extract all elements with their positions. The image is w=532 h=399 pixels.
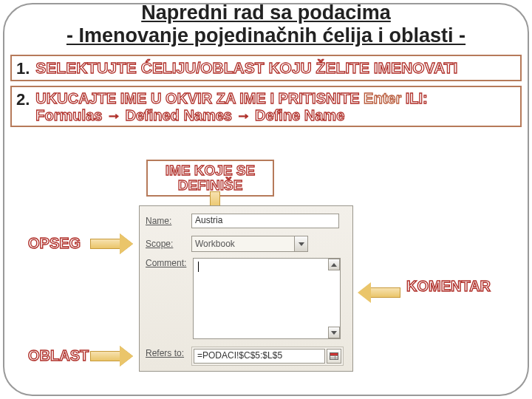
grid-icon bbox=[330, 352, 338, 360]
dlg-name-input[interactable]: Austria bbox=[191, 214, 339, 228]
chevron-down-icon[interactable] bbox=[294, 236, 307, 251]
dlg-comment-textarea[interactable] bbox=[193, 258, 341, 339]
arrow-left-komentar-icon bbox=[358, 282, 400, 303]
scroll-up-icon[interactable] bbox=[328, 259, 340, 270]
dlg-scope-label: Scope: bbox=[146, 239, 191, 249]
dlg-scope-select[interactable]: Workbook bbox=[191, 236, 308, 252]
arrow-right-opseg-icon bbox=[90, 233, 133, 254]
dlg-refers-wrap: =PODACI!$C$5:$L$5 bbox=[191, 347, 344, 366]
label-komentar: KOMENTAR bbox=[406, 278, 491, 295]
scroll-down-icon[interactable] bbox=[328, 327, 340, 338]
dlg-comment-label: Comment: bbox=[146, 258, 191, 268]
define-name-dialog: Name: Austria Scope: Workbook Comment: R… bbox=[139, 205, 353, 372]
label-opseg: OPSEG bbox=[28, 235, 81, 252]
arrow-right-oblast-icon bbox=[90, 346, 133, 366]
dlg-refers-label: Refers to: bbox=[146, 348, 191, 358]
text-caret-icon bbox=[198, 262, 199, 272]
dlg-name-label: Name: bbox=[146, 216, 191, 226]
range-picker-button[interactable] bbox=[327, 349, 341, 364]
callout-ime-text: IME KOJE SE DEFINIŠE bbox=[155, 163, 265, 193]
label-oblast: OBLAST bbox=[28, 347, 89, 364]
dlg-refers-input[interactable]: =PODACI!$C$5:$L$5 bbox=[194, 349, 325, 364]
dlg-scope-value: Workbook bbox=[195, 239, 235, 249]
